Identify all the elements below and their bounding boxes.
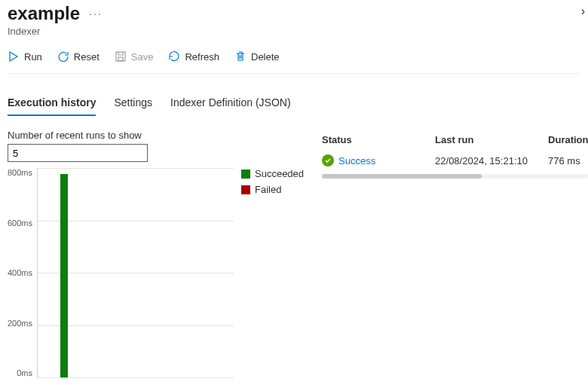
- col-lastrun[interactable]: Last run: [435, 134, 548, 145]
- runs-chart: 800ms 600ms 400ms 200ms 0ms: [8, 168, 234, 377]
- chart-legend: Succeeded Failed: [241, 168, 304, 377]
- save-button: Save: [115, 49, 154, 64]
- scrollbar-thumb[interactable]: [322, 174, 482, 179]
- ytick: 0ms: [17, 368, 32, 377]
- chevron-right-icon[interactable]: ›: [581, 5, 585, 18]
- ytick: 200ms: [8, 319, 32, 328]
- refresh-label: Refresh: [185, 51, 219, 63]
- tab-settings[interactable]: Settings: [114, 92, 152, 116]
- save-label: Save: [131, 51, 154, 63]
- col-duration[interactable]: Duration: [548, 134, 588, 145]
- success-icon: [322, 154, 334, 167]
- runs-input-label: Number of recent runs to show: [8, 130, 304, 141]
- scrollbar-track[interactable]: [322, 174, 588, 179]
- runs-table-header: Status Last run Duration: [322, 130, 588, 150]
- legend-swatch-failed: [241, 185, 250, 194]
- legend-swatch-succeeded: [241, 170, 250, 179]
- save-icon: [115, 50, 127, 63]
- reset-icon: [57, 50, 69, 63]
- legend-label-failed: Failed: [255, 184, 281, 195]
- tab-definition[interactable]: Indexer Definition (JSON): [170, 92, 291, 116]
- ytick: 800ms: [8, 168, 32, 177]
- legend-succeeded: Succeeded: [241, 168, 304, 179]
- legend-failed: Failed: [241, 184, 304, 195]
- refresh-button[interactable]: Refresh: [168, 49, 219, 64]
- duration-cell: 776 ms: [548, 155, 588, 167]
- toolbar: Run Reset Save Refresh Delete: [8, 41, 580, 74]
- delete-label: Delete: [251, 51, 280, 63]
- tab-execution-history[interactable]: Execution history: [8, 92, 96, 116]
- refresh-icon: [168, 50, 180, 63]
- chart-y-axis: 800ms 600ms 400ms 200ms 0ms: [8, 168, 37, 377]
- runs-input[interactable]: [8, 144, 148, 162]
- trash-icon: [234, 50, 247, 63]
- page-subtitle: Indexer: [8, 26, 580, 37]
- svg-rect-0: [116, 52, 125, 61]
- status-text: Success: [338, 155, 375, 167]
- ytick: 400ms: [8, 268, 32, 277]
- col-status[interactable]: Status: [322, 134, 435, 145]
- ytick: 600ms: [8, 218, 32, 228]
- delete-button[interactable]: Delete: [234, 49, 280, 64]
- reset-button[interactable]: Reset: [57, 49, 100, 64]
- legend-label-succeeded: Succeeded: [255, 168, 304, 179]
- runs-table: Status Last run Duration Success 22/08/2…: [322, 130, 588, 179]
- svg-rect-1: [118, 57, 123, 61]
- tab-bar: Execution history Settings Indexer Defin…: [8, 92, 580, 116]
- lastrun-cell: 22/08/2024, 15:21:10: [435, 155, 548, 167]
- run-button[interactable]: Run: [8, 49, 42, 64]
- run-label: Run: [24, 51, 42, 63]
- chart-bar[interactable]: [60, 174, 68, 377]
- play-icon: [8, 50, 20, 63]
- status-cell[interactable]: Success: [322, 154, 375, 167]
- chart-plot: [37, 168, 234, 377]
- page-title: example: [8, 3, 80, 24]
- table-row[interactable]: Success 22/08/2024, 15:21:10 776 ms: [322, 150, 588, 171]
- reset-label: Reset: [74, 51, 100, 63]
- more-icon[interactable]: ···: [89, 8, 103, 20]
